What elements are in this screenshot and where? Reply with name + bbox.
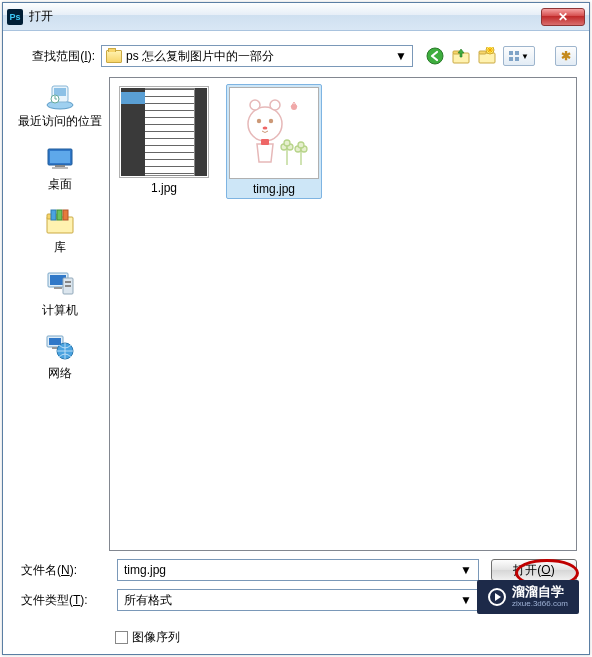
filetype-value: 所有格式 bbox=[124, 592, 172, 609]
image-sequence-label: 图像序列 bbox=[132, 629, 180, 646]
play-icon bbox=[488, 588, 506, 606]
desktop-icon bbox=[43, 144, 77, 174]
svg-rect-17 bbox=[57, 210, 62, 220]
watermark-url: zixue.3d66.com bbox=[512, 600, 568, 609]
window-title: 打开 bbox=[29, 8, 541, 25]
filename-input[interactable]: timg.jpg ▼ bbox=[117, 559, 479, 581]
svg-rect-4 bbox=[479, 51, 486, 54]
file-list[interactable]: 1.jpg bbox=[109, 77, 577, 551]
place-label: 最近访问的位置 bbox=[18, 113, 102, 130]
filename-label: 文件名(N): bbox=[15, 562, 105, 579]
new-folder-button[interactable] bbox=[477, 46, 497, 66]
place-label: 网络 bbox=[48, 365, 72, 382]
chevron-down-icon: ▼ bbox=[394, 49, 408, 63]
up-one-level-button[interactable] bbox=[451, 46, 471, 66]
svg-rect-11 bbox=[50, 151, 70, 163]
svg-point-45 bbox=[298, 142, 304, 148]
filename-row: 文件名(N): timg.jpg ▼ 打开(O) bbox=[15, 559, 577, 581]
place-desktop[interactable]: 桌面 bbox=[18, 142, 102, 195]
dialog-body: 查找范围(I): ps 怎么复制图片中的一部分 ▼ ▼ bbox=[3, 31, 589, 654]
svg-rect-16 bbox=[51, 210, 56, 220]
lookin-value: ps 怎么复制图片中的一部分 bbox=[126, 48, 390, 65]
lookin-combo[interactable]: ps 怎么复制图片中的一部分 ▼ bbox=[101, 45, 413, 67]
open-dialog: Ps 打开 ✕ 查找范围(I): ps 怎么复制图片中的一部分 ▼ bbox=[2, 2, 590, 655]
svg-point-36 bbox=[263, 126, 268, 129]
toolbar: ▼ ✱ bbox=[425, 46, 577, 66]
place-label: 库 bbox=[54, 239, 66, 256]
svg-point-0 bbox=[427, 48, 443, 64]
svg-rect-18 bbox=[63, 210, 68, 220]
svg-point-32 bbox=[250, 100, 260, 110]
svg-point-33 bbox=[270, 100, 280, 110]
place-libraries[interactable]: 库 bbox=[18, 205, 102, 258]
image-sequence-row: 图像序列 bbox=[115, 629, 577, 646]
chevron-down-icon: ▼ bbox=[521, 52, 529, 61]
place-recent[interactable]: 最近访问的位置 bbox=[18, 79, 102, 132]
filetype-label: 文件类型(T): bbox=[15, 592, 105, 609]
folder-icon bbox=[106, 50, 122, 63]
svg-rect-12 bbox=[55, 165, 65, 167]
file-name: 1.jpg bbox=[151, 181, 177, 195]
svg-point-31 bbox=[248, 107, 282, 141]
svg-point-41 bbox=[284, 140, 290, 146]
svg-rect-21 bbox=[54, 287, 62, 289]
thumbnail bbox=[229, 87, 319, 179]
svg-rect-23 bbox=[65, 281, 71, 283]
file-item[interactable]: 1.jpg bbox=[116, 84, 212, 197]
place-network[interactable]: 网络 bbox=[18, 331, 102, 384]
svg-rect-24 bbox=[65, 285, 71, 287]
svg-rect-37 bbox=[261, 139, 269, 145]
views-button[interactable]: ▼ bbox=[503, 46, 535, 66]
star-icon: ✱ bbox=[561, 49, 571, 63]
close-button[interactable]: ✕ bbox=[541, 8, 585, 26]
svg-rect-13 bbox=[52, 167, 68, 169]
svg-point-34 bbox=[257, 119, 261, 123]
svg-point-35 bbox=[269, 119, 273, 123]
watermark-title: 溜溜自学 bbox=[512, 585, 568, 599]
computer-icon bbox=[43, 270, 77, 300]
place-label: 桌面 bbox=[48, 176, 72, 193]
network-icon bbox=[43, 333, 77, 363]
close-icon: ✕ bbox=[558, 10, 568, 24]
recent-icon bbox=[43, 81, 77, 111]
chevron-down-icon: ▼ bbox=[460, 563, 472, 577]
filename-value: timg.jpg bbox=[124, 563, 166, 577]
app-icon: Ps bbox=[7, 9, 23, 25]
places-bar: 最近访问的位置 桌面 库 bbox=[15, 77, 105, 551]
file-item[interactable]: timg.jpg bbox=[226, 84, 322, 199]
place-computer[interactable]: 计算机 bbox=[18, 268, 102, 321]
svg-rect-26 bbox=[49, 338, 61, 345]
lookin-row: 查找范围(I): ps 怎么复制图片中的一部分 ▼ ▼ bbox=[15, 45, 577, 67]
chevron-down-icon: ▼ bbox=[460, 593, 472, 607]
filetype-combo[interactable]: 所有格式 ▼ bbox=[117, 589, 479, 611]
thumbnail bbox=[119, 86, 209, 178]
libraries-icon bbox=[43, 207, 77, 237]
lookin-label: 查找范围(I): bbox=[15, 48, 95, 65]
main-row: 最近访问的位置 桌面 库 bbox=[15, 77, 577, 551]
image-sequence-checkbox[interactable] bbox=[115, 631, 128, 644]
open-button[interactable]: 打开(O) bbox=[491, 559, 577, 581]
place-label: 计算机 bbox=[42, 302, 78, 319]
use-adobe-dialog-button[interactable]: ✱ bbox=[555, 46, 577, 66]
titlebar: Ps 打开 ✕ bbox=[3, 3, 589, 31]
file-name: timg.jpg bbox=[253, 182, 295, 196]
back-button[interactable] bbox=[425, 46, 445, 66]
views-icon-grid bbox=[509, 51, 519, 61]
watermark: 溜溜自学 zixue.3d66.com bbox=[477, 580, 579, 614]
